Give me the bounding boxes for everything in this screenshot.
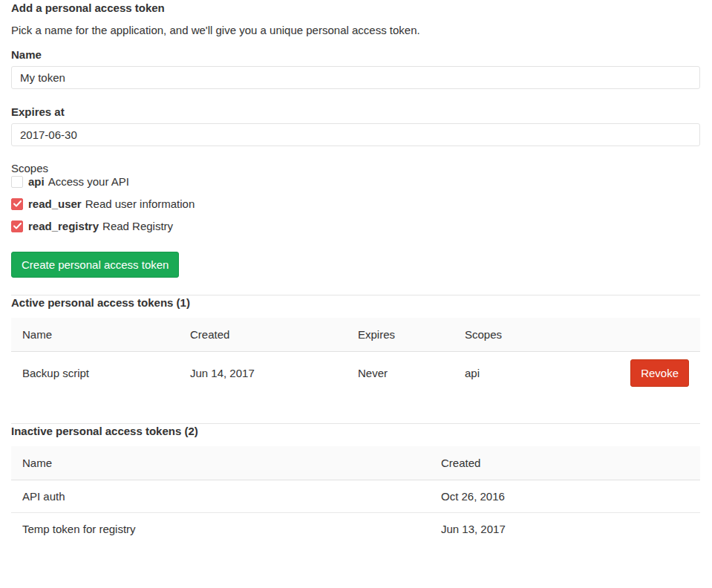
token-expires-cell: Never [347,352,454,395]
active-tokens-header-row: Name Created Expires Scopes [11,318,700,352]
table-row: API auth Oct 26, 2016 [11,480,700,513]
inactive-tokens-section: Inactive personal access tokens (2) Name… [11,424,700,545]
inactive-tokens-table: Name Created API auth Oct 26, 2016 Temp … [11,446,700,545]
token-created-cell: Oct 26, 2016 [430,480,700,513]
scope-api-checkbox[interactable] [11,176,23,188]
token-name-cell: Backup script [11,352,179,395]
token-created-cell: Jun 13, 2017 [430,513,700,546]
column-header-created: Created [179,318,347,352]
scope-read_registry-checkbox[interactable] [11,220,23,232]
add-token-description: Pick a name for the application, and we'… [11,23,700,37]
name-form-group: Name [11,48,700,89]
name-label: Name [11,48,700,62]
scope-read_user-description: Read user information [85,197,195,211]
active-tokens-table: Name Created Expires Scopes Backup scrip… [11,318,700,394]
expires-at-input[interactable] [11,123,700,146]
column-header-expires: Expires [347,318,454,352]
table-row: Temp token for registry Jun 13, 2017 [11,513,700,546]
scope-read_registry-description: Read Registry [102,219,173,233]
scope-row-read_user[interactable]: read_user Read user information [11,197,700,211]
inactive-tokens-title: Inactive personal access tokens (2) [11,424,700,438]
scopes-label: Scopes [11,162,48,174]
scope-read_user-name: read_user [28,197,82,211]
column-header-scopes: Scopes [454,318,569,352]
check-icon [13,200,22,207]
token-name-cell: API auth [11,480,430,513]
inactive-tokens-header-row: Name Created [11,446,700,480]
check-icon [13,223,22,229]
scope-read_user-checkbox[interactable] [11,198,23,210]
column-header-name: Name [11,318,179,352]
token-created-cell: Jun 14, 2017 [179,352,347,395]
column-header-actions [569,318,700,352]
token-name-cell: Temp token for registry [11,513,430,546]
token-name-input[interactable] [11,66,700,89]
create-token-button[interactable]: Create personal access token [11,252,179,278]
column-header-created: Created [430,446,700,480]
active-tokens-section: Active personal access tokens (1) Name C… [11,295,700,394]
revoke-button[interactable]: Revoke [630,359,689,387]
token-scopes-cell: api [454,352,569,395]
scope-api-name: api [28,174,45,189]
active-tokens-title: Active personal access tokens (1) [11,295,700,310]
scope-api-description: Access your API [48,174,129,189]
column-header-name: Name [11,446,430,480]
scope-row-api[interactable]: api Access your API [11,174,700,189]
add-token-title: Add a personal access token [11,1,700,15]
scope-row-read_registry[interactable]: read_registry Read Registry [11,219,700,233]
scopes-group: Scopes api Access your API read_user Rea… [11,162,700,233]
expires-form-group: Expires at [11,105,700,146]
personal-access-tokens-page: Add a personal access token Pick a name … [11,0,700,545]
expires-at-label: Expires at [11,105,700,119]
table-row: Backup script Jun 14, 2017 Never api Rev… [11,352,700,395]
scope-read_registry-name: read_registry [28,219,99,233]
